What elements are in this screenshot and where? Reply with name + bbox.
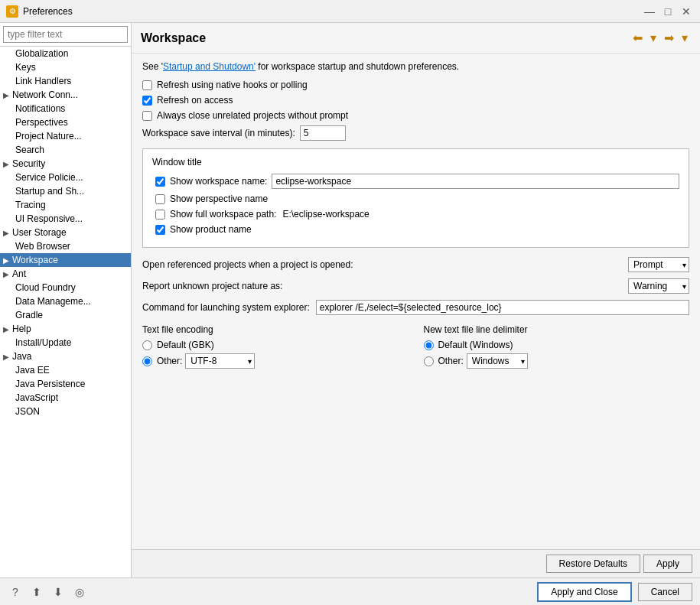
settings-icon[interactable]: ◎	[72, 584, 87, 600]
sidebar-item-workspace[interactable]: ▶ Workspace	[0, 253, 131, 267]
close-unrelated-checkbox[interactable]	[142, 111, 152, 121]
chevron-right-icon: ▶	[3, 270, 12, 278]
apply-button[interactable]: Apply	[643, 555, 692, 573]
sidebar-item-label: Java EE	[15, 365, 50, 376]
sidebar-item-javascript[interactable]: JavaScript	[0, 391, 131, 405]
show-full-path-label: Show full workspace path:	[170, 209, 276, 220]
sidebar-item-java-ee[interactable]: Java EE	[0, 363, 131, 377]
sidebar-item-gradle[interactable]: Gradle	[0, 308, 131, 322]
next-button[interactable]: ➡	[661, 29, 677, 47]
encoding-select[interactable]: UTF-8 UTF-16 ISO-8859-1 GBK	[185, 353, 255, 369]
sidebar-item-service-policie[interactable]: Service Policie...	[0, 171, 131, 184]
sidebar-item-label: Workspace	[12, 255, 58, 265]
sidebar-item-label: Java	[12, 351, 31, 362]
sidebar-item-project-nature[interactable]: Project Nature...	[0, 129, 131, 143]
sidebar-item-globalization[interactable]: Globalization	[0, 47, 131, 60]
sidebar-item-keys[interactable]: Keys	[0, 60, 131, 74]
show-product-name-checkbox[interactable]	[155, 225, 165, 235]
open-referenced-row: Open referenced projects when a project …	[142, 257, 689, 272]
show-perspective-name-checkbox[interactable]	[155, 194, 165, 204]
sidebar-item-ui-responsive[interactable]: UI Responsive...	[0, 212, 131, 226]
minimize-button[interactable]: —	[642, 4, 657, 19]
refresh-access-label: Refresh on access	[157, 95, 233, 106]
chevron-right-icon: ▶	[3, 256, 12, 265]
cancel-button[interactable]: Cancel	[638, 583, 692, 601]
sidebar-item-json[interactable]: JSON	[0, 405, 131, 418]
sidebar-item-label: Notifications	[15, 103, 65, 114]
sidebar-item-label: Link Handlers	[15, 76, 71, 86]
description-suffix: for workspace startup and shutdown prefe…	[256, 61, 459, 72]
search-input[interactable]	[3, 26, 128, 43]
command-input[interactable]	[316, 300, 689, 315]
sidebar-item-startup-and-sl[interactable]: Startup and Sh...	[0, 184, 131, 198]
encoding-other-radio[interactable]	[142, 356, 152, 366]
show-full-path-checkbox[interactable]	[155, 210, 165, 220]
sidebar-item-label: Cloud Foundry	[15, 282, 76, 293]
refresh-access-checkbox[interactable]	[142, 96, 152, 106]
sidebar-item-label: Help	[12, 324, 31, 334]
encoding-section: Text file encoding Default (GBK) Other: …	[142, 324, 689, 372]
sidebar-item-link-handlers[interactable]: Link Handlers	[0, 74, 131, 88]
sidebar-item-network-conn[interactable]: ▶ Network Conn...	[0, 88, 131, 102]
close-unrelated-row: Always close unrelated projects without …	[142, 110, 689, 121]
refresh-native-checkbox[interactable]	[142, 80, 152, 90]
export-icon[interactable]: ⬇	[50, 584, 66, 600]
sidebar-item-security[interactable]: ▶ Security	[0, 157, 131, 171]
sidebar-item-label: User Storage	[12, 227, 67, 238]
tree-container: GlobalizationKeysLink Handlers▶ Network …	[0, 47, 131, 577]
sidebar-item-help[interactable]: ▶ Help	[0, 322, 131, 336]
sidebar-item-label: Security	[12, 158, 45, 169]
search-box	[0, 23, 131, 47]
workspace-name-input[interactable]	[272, 174, 679, 189]
show-workspace-name-checkbox[interactable]	[155, 177, 165, 187]
chevron-right-icon: ▶	[3, 91, 12, 99]
dropdown-button[interactable]: ▾	[679, 29, 691, 47]
refresh-access-row: Refresh on access	[142, 95, 689, 106]
sidebar-item-search[interactable]: Search	[0, 143, 131, 157]
line-delimiter-group: New text file line delimiter Default (Wi…	[424, 324, 690, 372]
window-title-section: Window title Show workspace name: Show p…	[142, 148, 689, 248]
encoding-default-radio[interactable]	[142, 340, 152, 350]
app-icon: ⚙	[6, 5, 18, 18]
startup-shutdown-link[interactable]: Startup and Shutdown'	[163, 61, 256, 72]
sidebar-item-label: Data Manageme...	[15, 296, 91, 307]
footer-icons: ? ⬆ ⬇ ◎	[8, 584, 87, 600]
report-unknown-select[interactable]: Warning Error Ignore	[628, 278, 689, 294]
delimiter-dropdown-wrapper: Windows Unix Mac	[467, 353, 528, 369]
sidebar-item-java[interactable]: ▶ Java	[0, 350, 131, 363]
sidebar-item-label: Search	[15, 145, 44, 155]
sidebar-item-tracing[interactable]: Tracing	[0, 198, 131, 212]
help-icon[interactable]: ?	[8, 584, 23, 600]
delimiter-other-radio[interactable]	[424, 356, 434, 366]
sidebar-item-user-storage[interactable]: ▶ User Storage	[0, 226, 131, 239]
forward-button[interactable]: ▾	[647, 29, 659, 47]
save-interval-input[interactable]	[300, 125, 346, 141]
sidebar-item-data-manageme[interactable]: Data Manageme...	[0, 294, 131, 308]
import-icon[interactable]: ⬆	[29, 584, 44, 600]
sidebar-item-java-persistence[interactable]: Java Persistence	[0, 377, 131, 391]
delimiter-other-row: Other: Windows Unix Mac	[424, 353, 690, 369]
page-title: Workspace	[141, 31, 206, 45]
sidebar-item-install-update[interactable]: Install/Update	[0, 336, 131, 350]
delimiter-select[interactable]: Windows Unix Mac	[467, 353, 528, 369]
sidebar-item-cloud-foundry[interactable]: Cloud Foundry	[0, 281, 131, 294]
back-button[interactable]: ⬅	[630, 29, 646, 47]
content-header: Workspace ⬅ ▾ ➡ ▾	[132, 23, 700, 54]
save-interval-row: Workspace save interval (in minutes):	[142, 125, 689, 141]
command-row: Command for launching system explorer:	[142, 300, 689, 315]
refresh-native-label: Refresh using native hooks or polling	[157, 80, 308, 90]
show-product-name-label: Show product name	[170, 224, 252, 235]
encoding-other-label: Other:	[157, 356, 182, 366]
delimiter-default-label: Default (Windows)	[438, 340, 513, 350]
bottom-bar: Restore Defaults Apply	[132, 549, 700, 577]
sidebar-item-perspectives[interactable]: Perspectives	[0, 115, 131, 129]
sidebar-item-ant[interactable]: ▶ Ant	[0, 267, 131, 281]
open-referenced-select[interactable]: Prompt Always Never	[628, 257, 689, 272]
sidebar-item-notifications[interactable]: Notifications	[0, 102, 131, 115]
restore-defaults-button[interactable]: Restore Defaults	[546, 555, 640, 573]
sidebar-item-web-browser[interactable]: Web Browser	[0, 239, 131, 253]
maximize-button[interactable]: □	[660, 4, 676, 19]
apply-and-close-button[interactable]: Apply and Close	[537, 582, 631, 602]
delimiter-default-radio[interactable]	[424, 340, 434, 350]
close-button[interactable]: ✕	[679, 4, 694, 19]
